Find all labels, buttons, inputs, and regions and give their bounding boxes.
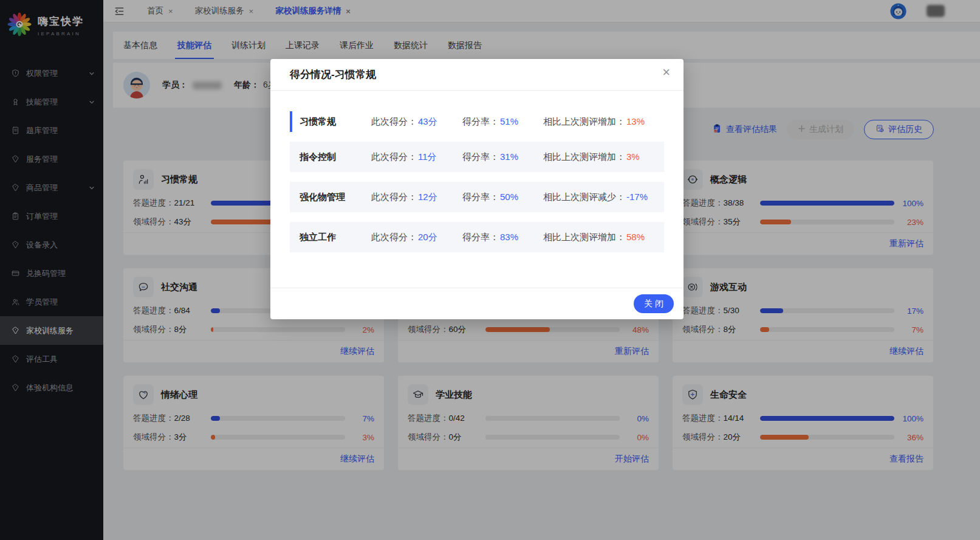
app-window: 嗨宝快学 IEPABRAIN 权限管理技能管理题库管理服务管理商品管理订单管理设… xyxy=(0,0,980,540)
score-detail-modal: 得分情况-习惯常规 × 习惯常规此次得分：43分得分率：51%相比上次测评增加：… xyxy=(270,59,684,319)
modal-row-name: 指令控制 xyxy=(300,151,371,163)
close-icon[interactable]: × xyxy=(662,66,670,79)
modal-row-name: 强化物管理 xyxy=(300,192,371,203)
modal-score-row: 独立工作此次得分：20分得分率：83%相比上次测评增加：58% xyxy=(290,222,664,252)
modal-title: 得分情况-习惯常规 xyxy=(290,69,376,80)
modal-score-row: 强化物管理此次得分：12分得分率：50%相比上次测评减少：-17% xyxy=(290,182,664,212)
modal-body: 习惯常规此次得分：43分得分率：51%相比上次测评增加：13%指令控制此次得分：… xyxy=(270,91,684,288)
modal-row-name: 习惯常规 xyxy=(300,116,371,128)
modal-close-button[interactable]: 关 闭 xyxy=(634,294,674,313)
modal-score-row: 指令控制此次得分：11分得分率：31%相比上次测评增加：3% xyxy=(290,142,664,172)
modal-score-row: 习惯常规此次得分：43分得分率：51%相比上次测评增加：13% xyxy=(290,111,664,132)
modal-row-name: 独立工作 xyxy=(300,232,371,243)
